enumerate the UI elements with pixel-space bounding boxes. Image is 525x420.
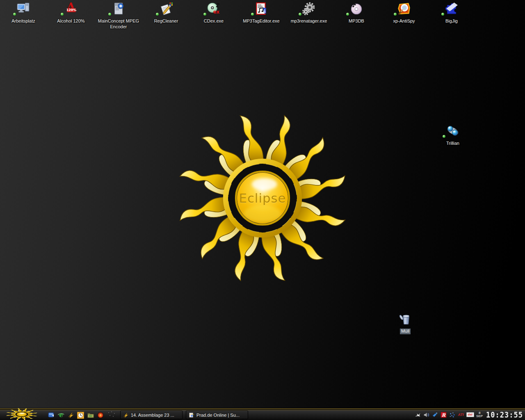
eclipse-sun-wallpaper: Eclipse Eclipse <box>168 104 357 292</box>
taskbar-grip[interactable] <box>107 411 116 418</box>
computer-icon <box>16 2 30 16</box>
dsl-icon[interactable]: dsl <box>466 412 475 417</box>
svg-text:ex: ex <box>213 9 220 15</box>
start-button[interactable] <box>4 408 39 420</box>
blue-dots-icon[interactable] <box>449 411 456 418</box>
desktop-icon-label: MainConcept MPEG Encoder <box>95 18 142 30</box>
svg-text:i: i <box>264 9 265 14</box>
desktop-icon-muell[interactable]: Müll <box>381 312 429 334</box>
scheduler-clock-icon[interactable] <box>77 412 84 419</box>
bird-icon[interactable] <box>415 411 421 418</box>
task-label: 14. Assemblage 23 ... <box>131 413 174 418</box>
cdex-icon: ex <box>207 2 221 16</box>
shortcut-dot-icon <box>108 13 111 16</box>
gears-icon <box>302 2 316 16</box>
desktop-icon-label: MP3DB <box>333 18 380 24</box>
mpeg-encoder-icon <box>112 2 126 16</box>
tray-date-month: SEP <box>476 415 483 418</box>
ati-icon[interactable]: ATI <box>458 411 464 418</box>
regcleaner-icon <box>159 2 173 16</box>
desktop-icon-label: xp-AntiSpy <box>380 18 428 24</box>
desktop-icon-label: mp3renatager.exe <box>285 18 333 24</box>
alcohol-icon: A 120% <box>64 2 78 16</box>
tray-clock[interactable]: 10:23:55 <box>486 410 523 419</box>
trillian-icon <box>446 124 460 138</box>
mp3db-icon <box>349 2 363 16</box>
volume-icon[interactable] <box>423 411 430 418</box>
desktop-icon-label: Alcohol 120% <box>47 18 95 24</box>
desktop-icon-mp3tageditor[interactable]: i MP3TagEditor.exe <box>237 2 285 24</box>
antivirus-icon[interactable]: R <box>441 411 447 418</box>
puzzle-icon <box>445 2 459 16</box>
system-tray: R ATI dsl 8 SEP 10:23:55 <box>415 410 524 419</box>
desktop-icon-trillian[interactable]: Trillian <box>429 124 477 146</box>
shortcut-dot-icon <box>394 13 397 16</box>
eclipse-logo-text: Eclipse <box>239 191 286 205</box>
shortcut-dot-icon <box>61 13 64 16</box>
shortcut-dot-icon <box>443 135 445 138</box>
desktop-icon-cdex[interactable]: ex CDex.exe <box>190 2 237 24</box>
shortcut-dot-icon <box>346 13 349 16</box>
desktop-icon-arbeitsplatz[interactable]: Arbeitsplatz <box>0 2 47 24</box>
network-icon[interactable] <box>432 411 438 418</box>
desktop-icon-label: Müll <box>381 329 429 334</box>
desktop-icon-label: MP3TagEditor.exe <box>237 18 285 24</box>
shortcut-dot-icon <box>13 13 16 16</box>
winamp-icon <box>123 412 129 418</box>
folder-icon[interactable] <box>87 412 94 419</box>
desktop-icon-label: RegCleaner <box>142 18 190 24</box>
shortcut-dot-icon <box>441 13 444 16</box>
desktop-icon-label: BigJig <box>428 18 475 24</box>
task-label: Prad.de Online | Su... <box>196 413 240 418</box>
svg-text:e: e <box>191 413 193 418</box>
internet-explorer-icon[interactable]: e <box>57 412 64 419</box>
taskbar-task-prad[interactable]: e Prad.de Online | Su... <box>186 411 248 419</box>
winamp-icon[interactable] <box>67 412 74 419</box>
quick-launch: e <box>48 410 104 420</box>
desktop-icon-bigjig[interactable]: BigJig <box>428 2 475 24</box>
trash-icon <box>398 312 412 326</box>
svg-text:e: e <box>59 412 63 418</box>
desktop-icon-label: Trillian <box>429 141 477 146</box>
antispy-icon <box>397 2 411 16</box>
show-desktop-icon[interactable] <box>48 412 55 419</box>
desktop-icon-mp3db[interactable]: MP3DB <box>333 2 380 24</box>
opera-fire-icon[interactable] <box>97 412 104 419</box>
sun-logo-icon: Eclipse Eclipse <box>168 104 357 292</box>
sun-logo-icon <box>4 408 39 420</box>
desktop-icon-mp3renatager[interactable]: mp3renatager.exe <box>285 2 333 24</box>
taskbar-task-assemblage[interactable]: 14. Assemblage 23 ... <box>120 411 183 419</box>
taskbar: e <box>0 408 525 420</box>
internet-explorer-icon: e <box>189 412 194 418</box>
svg-text:R: R <box>442 412 446 418</box>
svg-text:120%: 120% <box>66 8 77 12</box>
shortcut-dot-icon <box>251 13 254 16</box>
shortcut-dot-icon <box>156 13 159 16</box>
desktop-icon-regcleaner[interactable]: RegCleaner <box>142 2 190 24</box>
desktop-icon-mainconcept[interactable]: MainConcept MPEG Encoder <box>95 2 142 30</box>
desktop-icon-alcohol-120[interactable]: A 120% Alcohol 120% <box>47 2 95 24</box>
shortcut-dot-icon <box>203 13 206 16</box>
desktop-icon-xp-antispy[interactable]: xp-AntiSpy <box>380 2 428 24</box>
tray-date[interactable]: 8 SEP <box>476 411 483 418</box>
mp3tageditor-icon: i <box>254 2 268 16</box>
shortcut-dot-icon <box>299 13 301 16</box>
desktop-icon-label: Arbeitsplatz <box>0 18 47 24</box>
desktop-icon-label: CDex.exe <box>190 18 237 24</box>
